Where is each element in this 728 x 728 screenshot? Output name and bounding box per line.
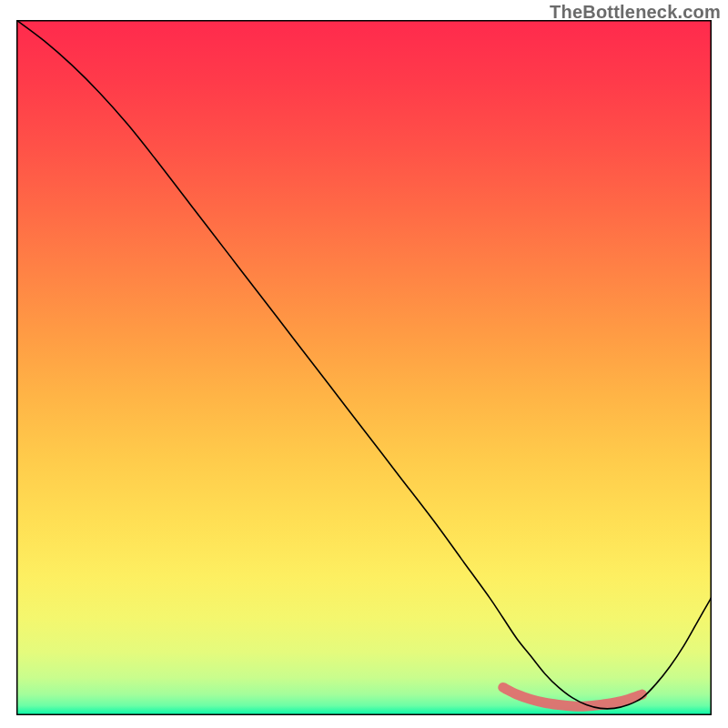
chart-svg — [16, 20, 712, 715]
watermark-text: TheBottleneck.com — [550, 2, 721, 23]
gradient-background — [16, 20, 712, 715]
plot-area — [16, 20, 712, 715]
chart-container: TheBottleneck.com — [0, 0, 728, 728]
